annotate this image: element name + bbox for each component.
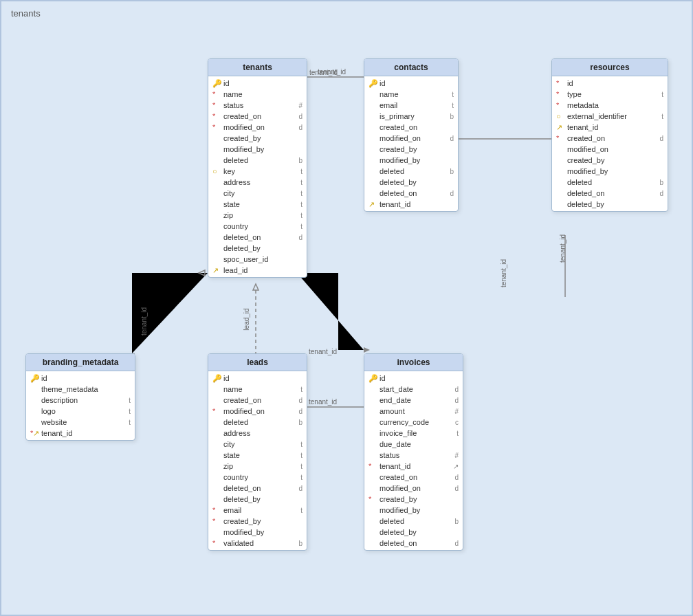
table-row: cityt (208, 188, 307, 199)
table-row: deleted_ond (364, 188, 458, 199)
table-row: deletedb (208, 155, 307, 166)
table-leads-header: leads (208, 354, 307, 371)
table-row: namet (364, 89, 458, 100)
table-row: *created_ond (208, 111, 307, 122)
canvas: tenants tenant_id tenant_id tenant_id te… (0, 0, 693, 616)
table-row: *created_by (208, 516, 307, 527)
table-row: ↗tenant_id (364, 199, 458, 210)
conn-label-tenants-contacts: tenant_id (309, 69, 338, 76)
table-row: modified_by (208, 144, 307, 155)
table-row: spoc_user_id (208, 254, 307, 265)
table-row: 🔑id (26, 373, 135, 384)
conn-label-leads-tenant: lead_id (243, 308, 250, 330)
table-row: 🔑id (364, 78, 458, 89)
table-row: created_ond (208, 395, 307, 406)
table-row: statet (208, 450, 307, 461)
table-row: created_on (364, 122, 458, 133)
table-row: logot (26, 406, 135, 417)
table-row: modified_ond (364, 133, 458, 144)
table-row: deletedb (364, 166, 458, 177)
table-row: *created_ond (552, 133, 668, 144)
table-row: *created_by (364, 494, 463, 505)
svg-marker-10 (199, 270, 205, 276)
table-row: ○keyt (208, 166, 307, 177)
table-row: 🔑id (208, 78, 307, 89)
table-row: created_by (552, 155, 668, 166)
table-row: modified_on (552, 144, 668, 155)
table-row: deleted_ond (552, 188, 668, 199)
table-row: invoice_filet (364, 428, 463, 439)
table-row: modified_by (364, 155, 458, 166)
table-row: *validatedb (208, 538, 307, 549)
table-row: deletedb (364, 516, 463, 527)
conn-label-branding-tenant: tenant_id (140, 307, 148, 336)
table-row: deleted_by (208, 243, 307, 254)
table-contacts: contacts 🔑id namet emailt is_primaryb cr… (364, 58, 459, 212)
table-resources-header: resources (552, 59, 668, 76)
table-row: modified_by (208, 527, 307, 538)
table-row: modified_by (364, 505, 463, 516)
table-row: countryt (208, 221, 307, 232)
table-row: deleted_ond (208, 232, 307, 243)
table-row: ↗tenant_id (552, 122, 668, 133)
conn-label-invoices-tenant: tenant_id (309, 348, 337, 355)
table-row: deletedb (208, 417, 307, 428)
table-branding-metadata-body: 🔑id theme_metadata descriptiont logot we… (26, 371, 135, 440)
table-contacts-header: contacts (364, 59, 458, 76)
table-tenants-body: 🔑id *name *status# *created_ond *modifie… (208, 76, 307, 277)
table-row: created_by (364, 144, 458, 155)
table-row: deletedb (552, 177, 668, 188)
table-row: deleted_by (208, 494, 307, 505)
table-row: amount# (364, 406, 463, 417)
table-row: deleted_ond (208, 483, 307, 494)
table-row: *metadata (552, 100, 668, 111)
table-resources-body: *id *typet *metadata ○external_identifie… (552, 76, 668, 211)
table-contacts-body: 🔑id namet emailt is_primaryb created_on … (364, 76, 458, 211)
table-row: statet (208, 199, 307, 210)
conn-label-resources-tenant: tenant_id (500, 259, 507, 287)
table-row: deleted_ond (364, 538, 463, 549)
table-row: deleted_by (364, 177, 458, 188)
table-row: cityt (208, 439, 307, 450)
table-row: *id (552, 78, 668, 89)
table-row: created_ond (364, 472, 463, 483)
table-row: is_primaryb (364, 111, 458, 122)
table-row: *↗tenant_id (26, 428, 135, 439)
svg-marker-11 (364, 347, 370, 353)
table-row: address (208, 428, 307, 439)
table-leads-body: 🔑id namet created_ond *modified_ond dele… (208, 371, 307, 550)
table-row: addresst (208, 177, 307, 188)
table-row: *name (208, 89, 307, 100)
table-leads: leads 🔑id namet created_ond *modified_on… (208, 353, 307, 551)
table-row: *tenant_id↗ (364, 461, 463, 472)
table-row: countryt (208, 472, 307, 483)
table-row: ○external_identifiert (552, 111, 668, 122)
table-row: *typet (552, 89, 668, 100)
table-row: status# (364, 450, 463, 461)
table-row: created_by (208, 133, 307, 144)
table-row: modified_by (552, 166, 668, 177)
table-row: zipt (208, 210, 307, 221)
table-invoices-header: invoices (364, 354, 463, 371)
table-row: *modified_ond (208, 406, 307, 417)
canvas-label: tenants (11, 8, 41, 19)
table-row: namet (208, 384, 307, 395)
table-invoices-body: 🔑id start_dated end_dated amount# curren… (364, 371, 463, 550)
svg-text:tenant_id: tenant_id (559, 234, 566, 263)
table-row: modified_ond (364, 483, 463, 494)
table-row: 🔑id (364, 373, 463, 384)
table-row: end_dated (364, 395, 463, 406)
table-tenants-header: tenants (208, 59, 307, 76)
table-branding-metadata: branding_metadata 🔑id theme_metadata des… (25, 353, 135, 441)
table-tenants: tenants 🔑id *name *status# *created_ond … (208, 58, 307, 278)
table-row: *modified_ond (208, 122, 307, 133)
table-row: ↗lead_id (208, 265, 307, 276)
table-row: 🔑id (208, 373, 307, 384)
table-resources: resources *id *typet *metadata ○external… (551, 58, 668, 212)
table-row: *emailt (208, 505, 307, 516)
table-branding-metadata-header: branding_metadata (26, 354, 135, 371)
table-row: websitet (26, 417, 135, 428)
table-row: due_date (364, 439, 463, 450)
table-row: *status# (208, 100, 307, 111)
table-row: currency_codec (364, 417, 463, 428)
